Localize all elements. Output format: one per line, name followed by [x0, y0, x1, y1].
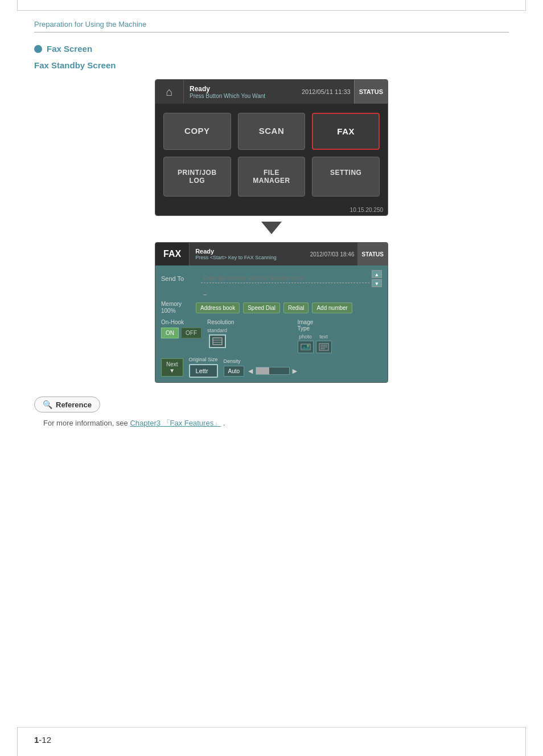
setting-button[interactable]: SETTING [312, 157, 380, 197]
fax-screen-mockup: FAX Ready Press <Start> Key to FAX Scann… [155, 242, 388, 383]
resolution-label: Resolution [207, 319, 292, 325]
options-row: On-Hook ON OFF Resolution standard [161, 319, 382, 353]
fax-label: FAX [155, 243, 190, 265]
reference-text-before: For more information, see [43, 419, 128, 427]
on-hook-off-button[interactable]: OFF [181, 328, 201, 338]
fax-topbar: FAX Ready Press <Start> Key to FAX Scann… [155, 243, 388, 265]
screen-topbar: ⌂ Ready Press Button Which You Want 2012… [155, 80, 388, 104]
density-label: Density [224, 358, 299, 364]
on-hook-section: On-Hook ON OFF [161, 319, 201, 338]
memory-label: Memory100% [161, 301, 192, 314]
copy-button[interactable]: COPY [163, 113, 231, 150]
send-to-row: Send To ▲ ▼ [161, 270, 382, 287]
screen-datetime: 2012/05/11 11:33 [302, 80, 354, 104]
fax-bottom-row: Next ▼ Original Size Lettr Density Auto … [161, 357, 382, 378]
section-title: Fax Screen [47, 44, 92, 54]
scan-button[interactable]: SCAN [238, 113, 306, 150]
image-type-photo-item[interactable]: photo [298, 334, 314, 353]
image-type-options: photo text [298, 334, 382, 353]
image-type-text-item[interactable]: text [316, 334, 332, 353]
page-number-normal: -12 [39, 735, 51, 745]
add-number-button[interactable]: Add number [312, 303, 352, 313]
section-heading: Fax Screen [34, 44, 509, 54]
reference-icon: 🔍 [43, 400, 52, 409]
redial-button[interactable]: Redial [283, 303, 308, 313]
send-to-label: Send To [161, 275, 201, 282]
standby-screen-mockup: ⌂ Ready Press Button Which You Want 2012… [155, 79, 388, 216]
image-type-text-label: text [319, 334, 328, 340]
resolution-options: standard [207, 328, 292, 348]
reference-box: 🔍 Reference [34, 397, 100, 412]
image-type-section: ImageType photo [298, 319, 382, 353]
density-slider-track[interactable] [256, 367, 290, 375]
fax-datetime: 2012/07/03 18:46 [310, 243, 358, 265]
resolution-standard-label: standard [207, 328, 227, 333]
original-size-button[interactable]: Lettr [189, 364, 218, 378]
fax-body: Send To ▲ ▼ – Memory100% Address book Sp… [155, 265, 388, 382]
fax-dash: – [201, 291, 207, 297]
fax-topbar-info: Ready Press <Start> Key to FAX Scanning [190, 243, 310, 265]
density-slider-left-arrow[interactable]: ◄ [246, 366, 254, 375]
resolution-standard-icon [209, 334, 226, 348]
scroll-up-button[interactable]: ▲ [372, 270, 382, 278]
ip-address: 10.15.20.250 [155, 206, 388, 215]
reference-text-after: . [223, 419, 225, 427]
screen-sub-text: Press Button Which You Want [190, 93, 296, 99]
next-arrow-icon: ▼ [169, 367, 175, 374]
home-icon-container[interactable]: ⌂ [155, 80, 184, 104]
section-dot-icon [34, 45, 42, 53]
status-button[interactable]: STATUS [354, 80, 388, 104]
next-label: Next [166, 361, 178, 367]
speed-dial-button[interactable]: Speed Dial [243, 303, 280, 313]
density-slider[interactable]: ◄ ► [246, 366, 299, 375]
original-size-value: Lettr [196, 367, 208, 374]
image-type-photo-label: photo [299, 334, 312, 340]
home-icon: ⌂ [166, 85, 172, 99]
page-number: 1-12 [34, 735, 51, 745]
memory-row: Memory100% Address book Speed Dial Redia… [161, 301, 382, 314]
on-hook-buttons: ON OFF [161, 328, 201, 338]
fax-status-button[interactable]: STATUS [357, 243, 388, 265]
arrow-down-container [34, 216, 509, 242]
fax-button[interactable]: FAX [312, 113, 380, 150]
image-type-label: ImageType [298, 319, 382, 332]
file-manager-button[interactable]: FILEMANAGER [238, 157, 306, 197]
fax-status-text: Ready [195, 248, 305, 255]
svg-rect-0 [213, 338, 222, 345]
image-type-photo-icon [298, 341, 314, 353]
address-book-button[interactable]: Address book [196, 303, 240, 313]
on-hook-label: On-Hook [161, 319, 201, 325]
image-type-text-icon [316, 341, 332, 353]
on-hook-on-button[interactable]: ON [161, 328, 179, 338]
scroll-buttons: ▲ ▼ [372, 270, 382, 287]
dash-row: – [161, 291, 382, 297]
scroll-down-button[interactable]: ▼ [372, 279, 382, 287]
svg-point-5 [307, 345, 309, 347]
density-controls: Auto ◄ ► [224, 366, 299, 377]
density-slider-right-arrow[interactable]: ► [291, 366, 299, 375]
subsection-title: Fax Standby Screen [34, 60, 509, 70]
screen-status-text: Ready [190, 85, 296, 93]
density-auto-button[interactable]: Auto [224, 366, 245, 377]
resolution-section: Resolution standard [207, 319, 292, 348]
resolution-standard-item[interactable]: standard [207, 328, 227, 348]
density-slider-fill [256, 367, 269, 374]
reference-label: Reference [56, 401, 92, 409]
next-button[interactable]: Next ▼ [161, 358, 183, 377]
screen-main-buttons: COPY SCAN FAX PRINT/JOBLOG FILEMANAGER S… [155, 104, 388, 206]
print-job-log-button[interactable]: PRINT/JOBLOG [163, 157, 231, 197]
original-size-section: Original Size Lettr [189, 357, 218, 378]
breadcrumb: Preparation for Using the Machine [34, 20, 509, 32]
reference-link[interactable]: Chapter3 「Fax Features」 [130, 419, 221, 427]
density-section: Density Auto ◄ ► [224, 358, 299, 377]
original-size-label: Original Size [189, 357, 218, 362]
fax-sub-text: Press <Start> Key to FAX Scanning [195, 255, 305, 260]
reference-text: For more information, see Chapter3 「Fax … [43, 418, 509, 428]
send-to-input[interactable] [201, 274, 369, 283]
arrow-down-icon [261, 222, 282, 234]
topbar-info: Ready Press Button Which You Want [184, 80, 302, 104]
